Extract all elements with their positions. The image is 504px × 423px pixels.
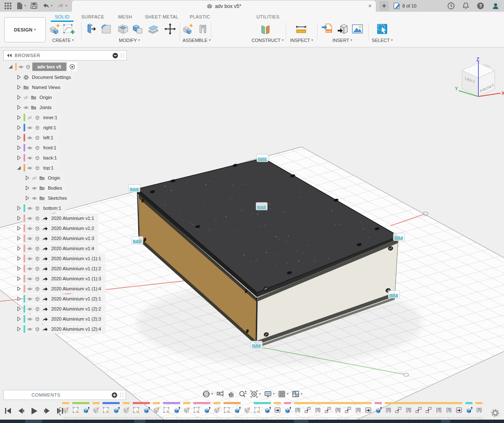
visibility-eye-icon[interactable] [27, 236, 33, 241]
tree-row-label[interactable]: 2020 Aluminium v1 (2):3 [50, 316, 101, 321]
help-button[interactable]: ? [476, 1, 485, 10]
go-to-start-button[interactable] [3, 406, 13, 416]
tree-row-content[interactable]: Joints [23, 103, 56, 112]
look-at-button[interactable] [216, 390, 224, 398]
timeline-feature-rigid-group[interactable] [415, 406, 422, 413]
visibility-eye-icon[interactable] [27, 125, 33, 130]
expand-collapse-icon[interactable] [16, 256, 22, 261]
redo-button[interactable]: ▾ [56, 1, 68, 10]
tree-row-label[interactable]: Named Views [31, 85, 60, 90]
tree-row-inner-1[interactable]: inner:1 [16, 113, 62, 122]
visibility-eye-icon[interactable] [27, 317, 33, 321]
timeline-feature-component[interactable] [62, 406, 69, 413]
expand-collapse-icon[interactable] [16, 205, 22, 211]
timeline-feature-sketch[interactable] [163, 406, 170, 413]
tree-row-content[interactable]: back:1 [23, 153, 61, 162]
visibility-eye-icon[interactable] [27, 277, 33, 281]
tree-row-content[interactable]: Sketches [32, 193, 71, 203]
tree-row-back-1[interactable]: back:1 [16, 153, 61, 162]
timeline-feature-extrude[interactable] [284, 406, 291, 413]
new-component-button[interactable] [49, 23, 61, 35]
step-forward-button[interactable] [42, 406, 52, 416]
view-cube[interactable]: TOP LEFT FRONT Z X Y [454, 57, 504, 103]
tree-row-label[interactable]: 2020 Aluminium v1:2 [50, 226, 94, 231]
tree-row-label[interactable]: top:1 [42, 165, 53, 170]
timeline-feature-rigid-group[interactable] [425, 406, 432, 413]
panel-grip[interactable] [120, 392, 123, 397]
expand-collapse-icon[interactable] [16, 286, 22, 292]
tree-row-content[interactable]: Document Settings [23, 73, 75, 82]
tree-row-label[interactable]: 2020 Aluminium v1:4 [50, 246, 94, 251]
visibility-eye-icon[interactable] [27, 307, 33, 311]
tree-row-2020-aluminium-v1-1-2[interactable]: 2020 Aluminium v1 (1):2 [16, 264, 105, 273]
new-component-button[interactable] [182, 23, 194, 35]
visibility-eye-icon[interactable] [27, 246, 33, 251]
comments-panel-header[interactable]: COMMENTS [3, 390, 126, 400]
expand-collapse-icon[interactable] [16, 104, 22, 110]
tree-row-sketches[interactable]: Sketches [24, 193, 71, 203]
tree-row-label[interactable]: Document Settings [31, 75, 71, 80]
tree-row-2020-aluminium-v1-1[interactable]: 2020 Aluminium v1:1 [16, 214, 98, 223]
timeline-feature-joint[interactable] [314, 406, 321, 413]
tree-row-content[interactable]: 2020 Aluminium v1 (2):3 [23, 314, 105, 324]
tree-row-content[interactable]: 2020 Aluminium v1 (2):2 [23, 304, 105, 313]
group-label-assemble[interactable]: ASSEMBLE▾ [183, 38, 210, 43]
timeline-feature-component[interactable] [92, 406, 100, 413]
tree-row-content[interactable]: 2020 Aluminium v1 (1):2 [23, 264, 105, 273]
grid-settings-button[interactable]: ▾ [278, 390, 289, 398]
pan-button[interactable] [227, 390, 236, 398]
tree-row-document-settings[interactable]: Document Settings [16, 73, 75, 82]
tree-row-2020-aluminium-v1-3[interactable]: 2020 Aluminium v1:3 [16, 234, 98, 243]
timeline-feature-extrude[interactable] [143, 406, 150, 413]
tree-row-origin[interactable]: Origin [16, 93, 56, 102]
tree-row-front-1[interactable]: front:1 [16, 143, 60, 152]
add-comment-icon[interactable] [111, 392, 118, 398]
tree-row-left-1[interactable]: left:1 [16, 133, 58, 142]
timeline-feature-sketch[interactable] [223, 406, 231, 413]
expand-collapse-icon[interactable] [16, 306, 22, 312]
root-component-name[interactable]: adv box v5 [32, 63, 66, 71]
expand-collapse-icon[interactable] [16, 326, 22, 332]
expand-collapse-icon[interactable] [16, 245, 22, 251]
visibility-eye-icon[interactable] [27, 297, 33, 301]
expand-collapse-icon[interactable] [24, 195, 30, 201]
app-grid-button[interactable] [3, 1, 13, 10]
timeline-feature-component[interactable] [244, 406, 251, 413]
move-button[interactable] [164, 23, 176, 35]
joint-marker-glyph[interactable] [129, 184, 140, 192]
visibility-eye-icon[interactable] [32, 186, 37, 191]
timeline-feature-joint[interactable] [435, 406, 442, 413]
tree-row-content[interactable]: 2020 Aluminium v1 (2):4 [23, 324, 105, 334]
tree-row-label[interactable]: 2020 Aluminium v1:1 [50, 216, 94, 221]
derive-button[interactable] [336, 23, 349, 35]
group-label-construct[interactable]: CONSTRUCT▾ [252, 38, 284, 43]
visibility-eye-icon[interactable] [27, 166, 33, 170]
tree-row-label[interactable]: 2020 Aluminium v1 (1):3 [50, 276, 101, 281]
tab-surface[interactable]: SURFACE [81, 14, 105, 19]
undo-button[interactable]: ▾ [41, 1, 53, 10]
timeline-feature-joint[interactable] [475, 406, 483, 413]
hidden-eye-icon[interactable] [32, 176, 37, 180]
tree-row-label[interactable]: 2020 Aluminium v1 (1):1 [50, 256, 101, 261]
panel-grip[interactable] [121, 53, 124, 58]
fit-button[interactable]: ▾ [250, 390, 261, 398]
tree-row-content[interactable]: 2020 Aluminium v1 (1):4 [23, 284, 105, 293]
tree-row-label[interactable]: bottom:1 [42, 206, 61, 211]
joint-marker-glyph[interactable] [131, 236, 143, 244]
tree-row-label[interactable]: inner:1 [42, 115, 58, 120]
timeline-feature-rigid-group[interactable] [304, 406, 311, 413]
tree-row-bodies[interactable]: Bodies [24, 183, 66, 193]
expand-collapse-icon[interactable] [16, 94, 22, 100]
visibility-eye-icon[interactable] [23, 105, 29, 110]
tree-row-named-views[interactable]: Named Views [16, 83, 65, 92]
tree-row-top-1[interactable]: top:1 [16, 163, 58, 172]
group-label-select[interactable]: SELECT▾ [372, 38, 393, 43]
tree-row-content[interactable]: inner:1 [23, 113, 62, 122]
play-button[interactable] [29, 406, 39, 416]
measure-button[interactable] [295, 23, 307, 35]
insert-svg-button[interactable]: SVG [321, 23, 333, 35]
tree-row-label[interactable]: left:1 [42, 135, 53, 140]
timeline-feature-sketch[interactable] [193, 406, 200, 413]
visibility-eye-icon[interactable] [32, 196, 37, 201]
browser-panel-header[interactable]: BROWSER [3, 50, 127, 60]
